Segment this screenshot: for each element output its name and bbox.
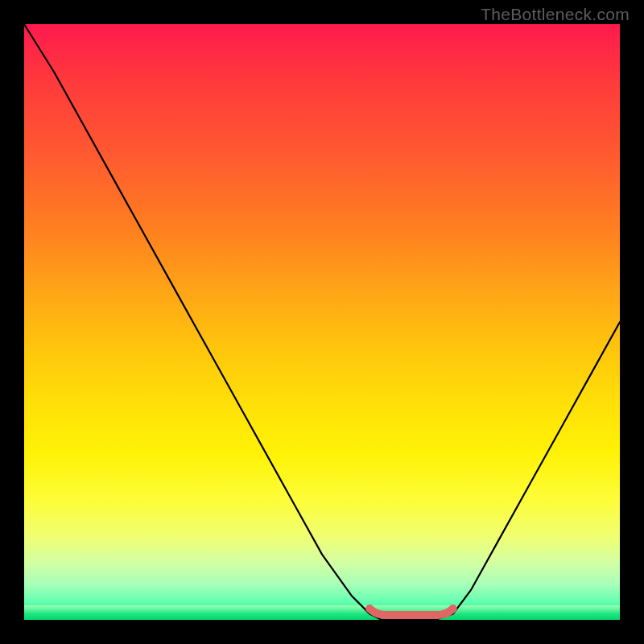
chart-svg: [24, 24, 620, 620]
bottleneck-curve-line: [24, 24, 620, 620]
watermark-text: TheBottleneck.com: [481, 5, 630, 24]
plot-area: [24, 24, 620, 620]
chart-frame: TheBottleneck.com: [0, 0, 644, 644]
flat-minimum-marker: [369, 609, 453, 615]
